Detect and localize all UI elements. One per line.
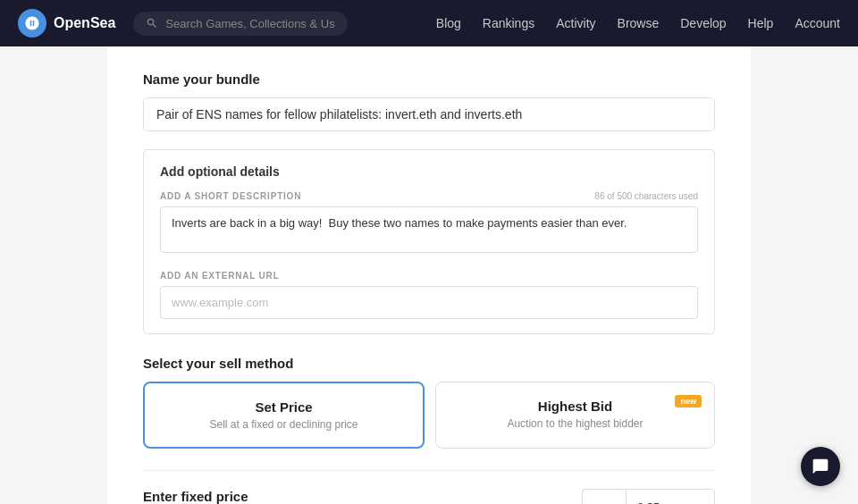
nav-help[interactable]: Help [748, 16, 774, 30]
nav-account[interactable]: Account [795, 16, 840, 30]
fixed-price-row: Enter fixed price Will be on sale until … [143, 489, 715, 504]
set-price-desc: Sell at a fixed or declining price [163, 418, 405, 431]
sell-card-set-price[interactable]: Set Price Sell at a fixed or declining p… [143, 382, 425, 449]
desc-field-label: ADD A SHORT DESCRIPTION 86 of 500 charac… [160, 191, 698, 201]
chat-bubble[interactable] [801, 447, 840, 486]
search-icon [146, 17, 158, 29]
fixed-price-label: Enter fixed price [143, 489, 582, 504]
nav-rankings[interactable]: Rankings [483, 16, 534, 30]
fixed-price-info: Enter fixed price Will be on sale until … [143, 489, 582, 504]
fixed-price-control: ≡ [582, 489, 715, 504]
new-badge: new [675, 395, 702, 407]
logo[interactable]: OpenSea [18, 9, 115, 38]
currency-select[interactable]: ≡ [582, 489, 626, 504]
nav-browse[interactable]: Browse [618, 16, 660, 30]
currency-icon: ≡ [593, 500, 601, 505]
navbar: OpenSea Blog Rankings Activity Browse De… [0, 0, 858, 46]
search-input[interactable] [165, 17, 335, 30]
divider-1 [143, 470, 715, 471]
main-content: Name your bundle Add optional details AD… [107, 46, 751, 504]
url-input[interactable] [160, 286, 698, 319]
highest-bid-desc: Auction to the highest bidder [454, 417, 696, 430]
sell-method-title: Select your sell method [143, 356, 715, 371]
sell-method-cards: Set Price Sell at a fixed or declining p… [143, 382, 715, 449]
nav-blog[interactable]: Blog [436, 16, 461, 30]
logo-icon [18, 9, 46, 38]
set-price-title: Set Price [163, 399, 405, 415]
optional-details-box: Add optional details ADD A SHORT DESCRIP… [143, 149, 715, 334]
nav-links: Blog Rankings Activity Browse Develop He… [436, 16, 840, 30]
search-bar[interactable] [133, 12, 348, 36]
chat-icon [812, 458, 829, 475]
bundle-name-input[interactable] [143, 97, 715, 131]
sell-method-section: Select your sell method Set Price Sell a… [143, 356, 715, 449]
fixed-price-section: Enter fixed price Will be on sale until … [143, 489, 715, 504]
char-count: 86 of 500 characters used [594, 191, 698, 201]
optional-details-title: Add optional details [160, 164, 698, 179]
description-input[interactable]: Inverts are back in a big way! Buy these… [160, 206, 698, 253]
logo-text: OpenSea [54, 15, 115, 31]
highest-bid-title: Highest Bid [454, 399, 696, 414]
nav-activity[interactable]: Activity [556, 16, 595, 30]
price-input[interactable] [626, 489, 715, 504]
url-field-label: ADD AN EXTERNAL URL [160, 271, 698, 281]
nav-develop[interactable]: Develop [680, 16, 726, 30]
sell-card-highest-bid[interactable]: new Highest Bid Auction to the highest b… [435, 382, 715, 449]
bundle-name-label: Name your bundle [143, 71, 715, 87]
